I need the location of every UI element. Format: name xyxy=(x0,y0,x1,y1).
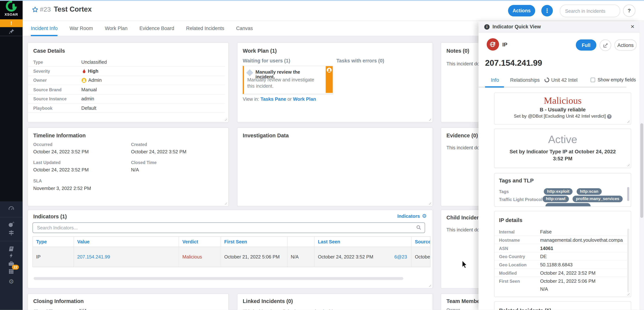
sidebar-item-playbooks[interactable] xyxy=(0,245,23,252)
card-resize-handle[interactable] xyxy=(626,163,630,166)
edit-pencil-icon xyxy=(603,43,608,48)
sidebar-item-marketplace[interactable] xyxy=(0,267,23,274)
verdict-set-by: Set by @DBot [Excluding Unit 42 Intel ve… xyxy=(494,113,631,119)
case-detail-row: Playbook Default xyxy=(28,104,225,113)
ip-indicator-icon xyxy=(487,38,499,51)
card-resize-handle[interactable] xyxy=(626,119,630,123)
sidebar-divider xyxy=(0,217,23,217)
tab-incident-info[interactable]: Incident Info xyxy=(31,21,58,36)
sidebar-item-automation[interactable] xyxy=(0,252,23,259)
col-header-last-seen[interactable]: Last Seen xyxy=(314,237,412,247)
task-description: Manually review and investigate this inc… xyxy=(247,77,321,89)
sidebar-item-jobs[interactable] xyxy=(0,260,23,267)
col-header-first-seen[interactable]: First Seen xyxy=(221,237,288,247)
indicator-actions-button[interactable]: Actions xyxy=(614,39,637,51)
card-resize-handle[interactable] xyxy=(224,201,227,205)
card-resize-handle[interactable] xyxy=(428,283,431,287)
indicators-card: Indicators (1) Indicators ⚙ Type Value V… xyxy=(28,210,433,289)
qv-active-tab-underline xyxy=(485,86,504,88)
full-view-button[interactable]: Full xyxy=(576,39,596,51)
tab-related-incidents[interactable]: Related Incidents xyxy=(186,21,224,36)
cell-value: 207.154.241.99 xyxy=(74,247,179,267)
page-scrollbar-track[interactable] xyxy=(640,21,644,310)
tasks-pane-link[interactable]: Tasks Pane xyxy=(260,97,286,102)
indicator-value-link[interactable]: 207.154.241.99 xyxy=(77,254,110,259)
table-horizontal-scrollbar[interactable] xyxy=(34,277,404,280)
edit-indicator-button[interactable] xyxy=(600,39,611,51)
tag-chip-clipped[interactable] xyxy=(546,203,591,207)
sidebar-item-pin[interactable] xyxy=(0,28,23,35)
evidence-empty-text: This incident does xyxy=(446,145,482,150)
ip-detail-row: First Seen October 21, 2022 5:06 PM xyxy=(494,277,627,285)
ip-details-scrollbar-track[interactable] xyxy=(627,228,629,292)
indicator-quick-view-panel: i Indicator Quick View ✕ IP Full Actions… xyxy=(478,21,640,310)
ip-details-title: IP details xyxy=(499,217,522,223)
tag-chip[interactable]: http:crawl xyxy=(543,195,569,202)
task-card[interactable]: Manually review the incident. Manually r… xyxy=(243,66,333,94)
cell-type: IP xyxy=(33,247,74,267)
tag-chip[interactable]: profile:many_services xyxy=(573,195,623,202)
ip-detail-row: Geo Country DE xyxy=(494,252,627,261)
case-details-title: Case Details xyxy=(33,48,65,54)
sidebar-item-indicators[interactable] xyxy=(0,229,23,236)
search-incidents-input[interactable] xyxy=(560,5,630,17)
tags-label: Tags xyxy=(499,189,509,194)
tag-chip[interactable]: http:scan xyxy=(577,188,602,195)
qv-tab-unit42-intel[interactable]: Unit 42 Intel xyxy=(551,77,578,83)
page-scrollbar-thumb[interactable] xyxy=(640,123,643,218)
tab-canvas[interactable]: Canvas xyxy=(236,21,253,36)
incident-link[interactable]: 6@23 xyxy=(394,254,411,259)
tasks-with-errors-label: Tasks with errors (0) xyxy=(336,58,384,64)
close-icon[interactable]: ✕ xyxy=(630,24,634,30)
verdict-help-icon[interactable]: ? xyxy=(607,114,612,119)
alert-exclamation-icon: ! xyxy=(10,20,12,26)
tags-scrollbar-thumb[interactable] xyxy=(627,187,629,201)
sidebar-item-dashboard[interactable] xyxy=(0,205,23,212)
tab-evidence-board[interactable]: Evidence Board xyxy=(140,21,174,36)
search-indicators-input[interactable] xyxy=(33,223,419,233)
help-button[interactable]: ? xyxy=(623,5,635,17)
case-detail-row: Owner Admin xyxy=(28,76,225,85)
indicators-search-box xyxy=(32,222,425,233)
more-options-kebab-button[interactable]: ⋮ xyxy=(541,5,553,17)
card-resize-handle[interactable] xyxy=(428,117,431,121)
indicators-link[interactable]: Indicators xyxy=(397,213,420,218)
tab-work-plan[interactable]: Work Plan xyxy=(105,21,128,36)
indicators-gear-icon[interactable]: ⚙ xyxy=(422,213,427,219)
task-assignee-strip xyxy=(326,66,333,93)
linked-incidents-empty-text: This incident is not linked to any other… xyxy=(243,309,424,310)
qv-tab-info[interactable]: Info xyxy=(491,77,499,83)
xsoar-logo[interactable]: XSOAR xyxy=(0,0,23,19)
ip-detail-row: Modified October 24, 2022 3:52 PM xyxy=(494,269,627,277)
tags-tlp-title: Tags and TLP xyxy=(499,178,534,184)
info-icon: i xyxy=(484,24,490,30)
card-resize-handle[interactable] xyxy=(428,201,431,205)
qv-tab-relationships[interactable]: Relationships xyxy=(510,77,540,83)
ip-details-card: IP details Internal False Hostname manag… xyxy=(494,211,631,297)
sidebar-item-settings[interactable]: ⚙ xyxy=(0,278,23,285)
work-plan-card: Work Plan (1) Waiting for users (1) Task… xyxy=(237,42,433,122)
gauge-icon xyxy=(8,205,15,212)
col-header-type[interactable]: Type xyxy=(33,237,74,247)
col-header-source-time[interactable]: Source Ti xyxy=(412,237,430,247)
indicator-table-row[interactable]: IP 207.154.241.99 Malicious October 21, … xyxy=(33,247,430,267)
sidebar-item-incidents[interactable] xyxy=(0,221,23,228)
closing-information-card: Closing Information Closed Time N/A xyxy=(28,293,229,310)
card-resize-handle[interactable] xyxy=(224,117,227,121)
col-header-value[interactable]: Value xyxy=(74,237,179,247)
search-icon xyxy=(416,225,422,230)
favorite-star-button[interactable] xyxy=(32,6,39,15)
xsoar-incident-page: XSOAR ! xyxy=(0,0,644,310)
show-empty-fields-checkbox[interactable] xyxy=(591,78,595,82)
tags-row-1: http:exploit http:scan xyxy=(544,187,604,195)
sidebar-alert-tile[interactable]: ! xyxy=(0,19,23,27)
sidebar-divider xyxy=(0,36,23,36)
actions-button[interactable]: Actions xyxy=(508,5,535,17)
tag-chip[interactable]: http:exploit xyxy=(544,188,573,195)
work-plan-link[interactable]: Work Plan xyxy=(293,97,316,102)
tab-war-room[interactable]: War Room xyxy=(70,21,93,36)
tags-tlp-card: Tags and TLP Tags http:exploit http:scan… xyxy=(494,173,631,207)
col-header-verdict[interactable]: Verdict xyxy=(179,237,221,247)
status-text: Active xyxy=(494,133,631,146)
show-empty-fields-label: Show empty fields xyxy=(598,77,636,82)
